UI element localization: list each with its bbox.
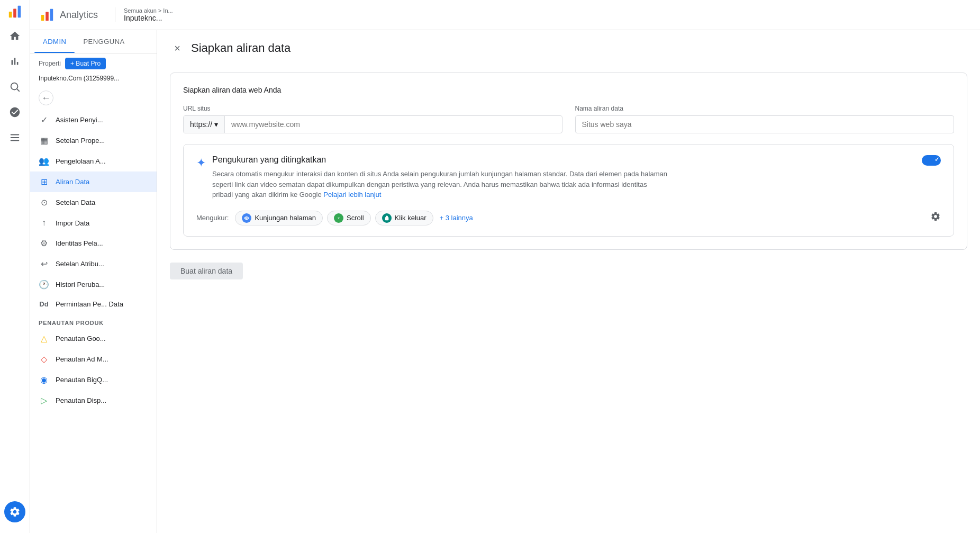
svg-rect-4: [41, 15, 44, 21]
breadcrumb-top: Semua akun > In...: [124, 7, 173, 14]
url-label: URL situs: [183, 105, 562, 112]
modal-header: × Siapkan aliran data: [157, 30, 980, 64]
identitas-icon: ⚙: [39, 238, 49, 248]
chip-klik-keluar[interactable]: Klik keluar: [375, 211, 433, 225]
url-group: URL situs https:// ▾: [183, 105, 562, 133]
metrics-settings-icon[interactable]: [930, 211, 941, 224]
penautan-goo-label: Penautan Goo...: [56, 335, 106, 342]
protocol-text: https://: [190, 120, 212, 129]
nav-setelan-atribu[interactable]: ↩ Setelan Atribu...: [30, 254, 157, 274]
nav-penautan-goo[interactable]: △ Penautan Goo...: [30, 328, 157, 349]
measurement-title: Pengukuran yang ditingkatkan: [212, 155, 667, 165]
sparkle-icon: ✦: [196, 156, 206, 170]
measurement-card: ✦ Pengukuran yang ditingkatkan Secara ot…: [183, 144, 954, 237]
header-logo-icon: [39, 7, 56, 22]
nav-penautan-adm[interactable]: ◇ Penautan Ad M...: [30, 349, 157, 369]
svg-rect-1: [13, 8, 16, 17]
breadcrumb: Semua akun > In... Inputeknc...: [115, 7, 173, 22]
svg-rect-0: [9, 12, 12, 17]
advertising-nav-icon[interactable]: [4, 102, 25, 123]
identitas-label: Identitas Pela...: [56, 239, 103, 247]
modal-body: Siapkan aliran data web Anda URL situs h…: [157, 64, 980, 533]
property-label: Properti: [39, 60, 61, 67]
form-card: Siapkan aliran data web Anda URL situs h…: [170, 73, 967, 250]
histori-icon: 🕐: [39, 279, 49, 290]
stream-name-group: Nama aliran data: [575, 105, 955, 133]
more-metrics-link[interactable]: + 3 lainnya: [440, 214, 473, 222]
kunjungan-icon: [242, 213, 251, 223]
nav-pengelolaan[interactable]: 👥 Pengelolaan A...: [30, 151, 157, 171]
stream-name-input[interactable]: [575, 115, 955, 133]
back-arrow-icon: ←: [39, 91, 53, 105]
main-area: Analytics Semua akun > In... Inputeknc..…: [30, 0, 980, 533]
back-button[interactable]: ←: [30, 86, 157, 110]
scroll-label: Scroll: [347, 214, 364, 222]
nav-asisten[interactable]: ✓ Asisten Penyi...: [30, 110, 157, 130]
create-property-button[interactable]: + Buat Pro: [65, 58, 106, 69]
tab-admin[interactable]: ADMIN: [34, 30, 75, 53]
penautan-goo-icon: △: [39, 333, 49, 344]
nav-penautan-disp[interactable]: ▷ Penautan Disp...: [30, 390, 157, 411]
klik-keluar-icon: [382, 213, 392, 223]
analytics-logo-icon: [7, 4, 22, 19]
penautan-big-icon: ◉: [39, 375, 49, 385]
settings-nav-icon[interactable]: [4, 501, 25, 522]
setelan-atribu-label: Setelan Atribu...: [56, 260, 104, 268]
pengelolaan-icon: 👥: [39, 156, 49, 166]
histori-label: Histori Peruba...: [56, 281, 105, 288]
nav-penautan-big[interactable]: ◉ Penautan BigQ...: [30, 369, 157, 390]
url-input-field[interactable]: [225, 116, 561, 133]
protocol-chevron-icon: ▾: [214, 120, 218, 129]
reports-nav-icon[interactable]: [4, 51, 25, 72]
scroll-icon: [334, 213, 343, 223]
measurement-info: Pengukuran yang ditingkatkan Secara otom…: [212, 155, 667, 200]
tab-bar: ADMIN PENGGUNA: [30, 30, 157, 53]
setelan-prope-label: Setelan Prope...: [56, 137, 105, 144]
penautan-adm-icon: ◇: [39, 354, 49, 364]
nav-permintaan[interactable]: Dd Permintaan Pe... Data: [30, 295, 157, 313]
product-linking-label: PENAUTAN PRODUK: [30, 313, 157, 328]
chip-kunjungan[interactable]: Kunjungan halaman: [235, 211, 323, 225]
nav-setelan-data[interactable]: ⊙ Setelan Data: [30, 192, 157, 213]
learn-more-link[interactable]: Pelajari lebih lanjut: [323, 191, 381, 198]
home-nav-icon[interactable]: [4, 25, 25, 47]
form-card-subtitle: Siapkan aliran data web Anda: [183, 86, 954, 94]
penautan-adm-label: Penautan Ad M...: [56, 355, 108, 363]
setelan-atribu-icon: ↩: [39, 259, 49, 269]
nav-impor-data[interactable]: ↑ Impor Data: [30, 213, 157, 233]
svg-rect-6: [50, 9, 53, 21]
klik-keluar-label: Klik keluar: [395, 214, 427, 222]
nav-aliran-data[interactable]: ⊞ Aliran Data: [30, 171, 157, 192]
tab-pengguna[interactable]: PENGGUNA: [75, 30, 133, 53]
setelan-data-label: Setelan Data: [56, 198, 95, 206]
nav-identitas[interactable]: ⚙ Identitas Pela...: [30, 233, 157, 254]
left-panel: ADMIN PENGGUNA Properti + Buat Pro Input…: [30, 30, 157, 533]
logo-area: Analytics: [39, 7, 98, 22]
configure-nav-icon[interactable]: [4, 127, 25, 148]
breadcrumb-bottom: Inputeknc...: [124, 14, 173, 22]
explore-nav-icon[interactable]: [4, 76, 25, 97]
asisten-label: Asisten Penyi...: [56, 116, 103, 124]
chip-scroll[interactable]: Scroll: [327, 211, 371, 225]
url-protocol-selector[interactable]: https:// ▾: [184, 116, 225, 133]
impor-data-label: Impor Data: [56, 219, 89, 227]
permintaan-icon: Dd: [39, 300, 49, 308]
measurement-toggle[interactable]: [922, 155, 941, 166]
measurement-header: ✦ Pengukuran yang ditingkatkan Secara ot…: [196, 155, 941, 200]
kunjungan-label: Kunjungan halaman: [255, 214, 316, 222]
create-stream-button[interactable]: Buat aliran data: [170, 263, 243, 279]
svg-rect-2: [18, 6, 21, 17]
aliran-data-icon: ⊞: [39, 177, 49, 187]
svg-rect-5: [46, 12, 49, 21]
sidebar: [0, 0, 30, 533]
property-header: Properti + Buat Pro: [30, 53, 157, 74]
right-area: × Siapkan aliran data Siapkan aliran dat…: [157, 30, 980, 533]
measurement-left: ✦ Pengukuran yang ditingkatkan Secara ot…: [196, 155, 667, 200]
nav-histori[interactable]: 🕐 Histori Peruba...: [30, 274, 157, 295]
modal-close-button[interactable]: ×: [170, 41, 185, 56]
url-input-row: https:// ▾: [183, 115, 562, 133]
permintaan-label: Permintaan Pe... Data: [56, 300, 123, 308]
penautan-big-label: Penautan BigQ...: [56, 376, 108, 384]
nav-setelan-prope[interactable]: ▦ Setelan Prope...: [30, 130, 157, 151]
metrics-label: Mengukur:: [196, 214, 229, 222]
